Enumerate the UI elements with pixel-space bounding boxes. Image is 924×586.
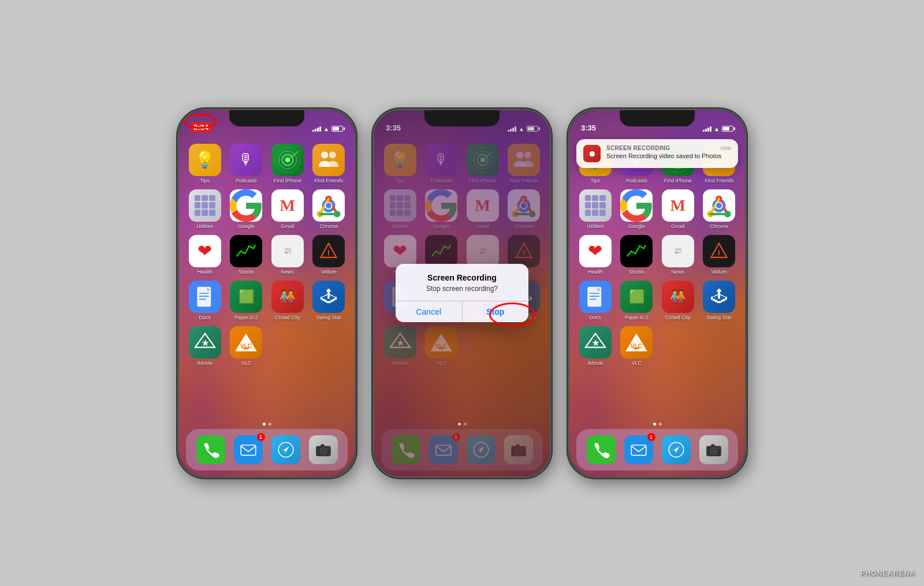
app-icon-google [620, 189, 653, 222]
app-label-google: Google [238, 223, 255, 229]
mail-badge: 1 [257, 433, 265, 441]
app-item-swing[interactable]: 🕹Swing Star [701, 281, 739, 320]
app-item-news[interactable]: 📰News [269, 235, 307, 275]
app-item-vellum[interactable]: Vellum [310, 235, 348, 275]
app-label-vlc: VLC [631, 360, 642, 366]
phone3-status-right: ▲ [703, 126, 733, 132]
app-item-health[interactable]: ❤Health [576, 235, 614, 275]
phone3-time: 3:35 [581, 124, 596, 132]
svg-marker-27 [282, 445, 290, 453]
stop-button[interactable]: Stop [463, 301, 529, 322]
app-icon-imovie: ★ [189, 326, 221, 359]
phone1-notch [229, 110, 304, 126]
app-item-stocks[interactable]: Stocks [618, 235, 656, 275]
app-item-google[interactable]: Google [228, 189, 266, 229]
app-item-vlc[interactable]: VLC VLC [228, 326, 266, 366]
app-item-vlc[interactable]: VLC VLC [618, 326, 656, 366]
app-item-crowd[interactable]: 🧑‍🤝‍🧑Crowd City [269, 281, 307, 320]
app-label-vellum: Vellum [711, 269, 727, 275]
svg-point-4 [321, 151, 328, 158]
app-label-imovie: iMovie [198, 360, 213, 366]
svg-point-96 [711, 449, 715, 453]
app-item-imovie[interactable]: ★ iMovie [576, 326, 614, 366]
app-icon-vellum [312, 235, 345, 267]
dock-icon-camera[interactable] [309, 435, 338, 464]
app-icon-crowd: 🧑‍🤝‍🧑 [271, 281, 304, 313]
app-label-chrome: Chrome [319, 223, 338, 229]
app-item-google[interactable]: Google [618, 189, 656, 229]
app-icon-paper: 🟩 [620, 281, 653, 313]
app-item-gmail[interactable]: MGmail [269, 189, 307, 229]
app-label-stocks: Stocks [629, 269, 644, 275]
app-icon-chrome [703, 189, 735, 222]
dock-icon-safari[interactable] [662, 435, 691, 464]
app-item-docs[interactable]: Docs [186, 281, 224, 320]
app-label-utilities: Utilities [587, 223, 603, 229]
cancel-button[interactable]: Cancel [396, 301, 463, 322]
app-item-utilities[interactable]: Utilities [576, 189, 614, 229]
app-item-paper[interactable]: 🟩Paper.io 2 [618, 281, 656, 320]
svg-text:★: ★ [591, 339, 599, 348]
app-item-chrome[interactable]: Chrome [701, 189, 739, 229]
app-label-find-iphone: Find iPhone [664, 178, 692, 184]
notification-banner[interactable]: ⏺ SCREEN RECORDING now Screen Recording … [576, 139, 738, 168]
dock-icon-mail[interactable]: 1 [234, 435, 263, 464]
mail-badge: 1 [647, 433, 655, 441]
phone3-notch [620, 110, 695, 126]
app-label-docs: Docs [589, 315, 601, 320]
dock-icon-phone[interactable] [587, 435, 616, 464]
app-label-docs: Docs [199, 315, 211, 320]
app-label-paper: Paper.io 2 [234, 315, 258, 320]
app-label-gmail: Gmail [671, 223, 685, 229]
app-item-vellum[interactable]: Vellum [701, 235, 739, 275]
phone2-notch [424, 110, 500, 126]
app-item-utilities[interactable]: Utilities [186, 189, 224, 229]
app-icon-utilities [579, 189, 612, 222]
dock-icon-camera[interactable] [699, 435, 728, 464]
app-icon-vlc: VLC [230, 326, 262, 359]
app-item-news[interactable]: 📰News [659, 235, 697, 275]
app-item-health[interactable]: ❤Health [186, 235, 224, 275]
app-icon-stocks [230, 235, 262, 267]
app-item-tips[interactable]: 💡Tips [186, 144, 224, 184]
svg-point-13 [326, 203, 331, 208]
app-icon-utilities [189, 189, 221, 222]
iphone-2: 3:35 ▲ 💡Tips🎙Podcasts Find iPhone [372, 109, 552, 478]
app-item-gmail[interactable]: MGmail [659, 189, 697, 229]
app-item-find-friends[interactable]: Find Friends [310, 144, 348, 184]
app-item-find-iphone[interactable]: Find iPhone [269, 144, 307, 184]
app-item-imovie[interactable]: ★ iMovie [186, 326, 224, 366]
battery-icon [331, 126, 343, 132]
phone1-app-grid: 💡Tips🎙Podcasts Find iPhone Find FriendsU… [179, 139, 355, 371]
iphone-3: 3:35 ▲ ⏺ SCREEN RECORDING [568, 109, 747, 478]
wifi-icon: ▲ [323, 126, 329, 132]
app-icon-news: 📰 [271, 235, 304, 267]
phone1-status-right: ▲ [312, 126, 343, 132]
dialog-container: Screen Recording Stop screen recording? … [396, 264, 528, 322]
app-label-swing: Swing Star [706, 315, 732, 320]
dock-icon-phone[interactable] [196, 435, 225, 464]
svg-rect-19 [199, 298, 206, 300]
app-label-stocks: Stocks [239, 269, 254, 275]
svg-rect-83 [589, 293, 599, 294]
app-item-stocks[interactable]: Stocks [228, 235, 266, 275]
app-icon-swing: 🕹 [312, 281, 345, 313]
app-item-chrome[interactable]: Chrome [310, 189, 348, 229]
app-icon-health: ❤ [189, 235, 221, 267]
app-item-crowd[interactable]: 🧑‍🤝‍🧑Crowd City [659, 281, 697, 320]
app-item-podcasts[interactable]: 🎙Podcasts [228, 144, 266, 184]
dock-icon-safari[interactable] [271, 435, 300, 464]
phone2-screen: 3:35 ▲ 💡Tips🎙Podcasts Find iPhone [374, 110, 550, 476]
app-item-docs[interactable]: Docs [576, 281, 614, 320]
app-item-swing[interactable]: 🕹Swing Star [310, 281, 348, 320]
dock-icon-mail[interactable]: 1 [624, 435, 653, 464]
app-icon-podcasts: 🎙 [230, 144, 262, 176]
app-label-news: News [281, 269, 294, 275]
app-label-crowd: Crowd City [275, 315, 300, 320]
app-icon-imovie: ★ [579, 326, 612, 359]
iphone-1: 3:34 ▲ 💡Tips🎙Podcasts Find iPhone [177, 109, 356, 478]
watermark: PHONEARENA [860, 569, 915, 577]
app-item-paper[interactable]: 🟩Paper.io 2 [228, 281, 266, 320]
phone3-dock: 1 [576, 429, 738, 471]
app-label-swing: Swing Star [316, 315, 341, 320]
